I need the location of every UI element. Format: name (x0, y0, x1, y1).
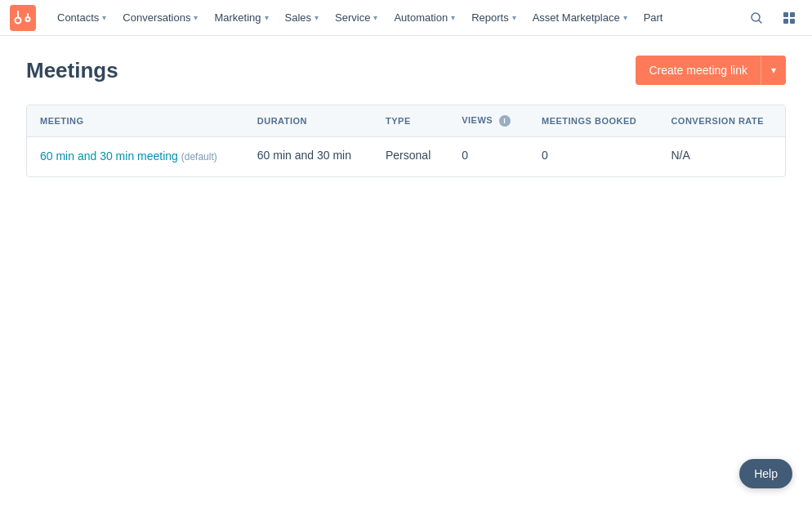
col-header-views: VIEWS i (448, 105, 529, 137)
page-header: Meetings Create meeting link ▾ (26, 56, 786, 85)
chevron-down-icon: ▾ (265, 13, 269, 22)
svg-rect-4 (783, 19, 788, 24)
nav-items: Contacts ▾ Conversations ▾ Marketing ▾ S… (49, 0, 743, 35)
col-header-conversion-rate: CONVERSION RATE (658, 105, 785, 137)
col-header-type: TYPE (373, 105, 448, 137)
chevron-down-icon: ▾ (194, 13, 198, 22)
views-info-icon[interactable]: i (499, 115, 511, 127)
conversion-rate-cell: N/A (658, 137, 785, 176)
navbar: Contacts ▾ Conversations ▾ Marketing ▾ S… (0, 0, 812, 36)
views-cell: 0 (448, 137, 529, 176)
help-label: Help (754, 467, 778, 480)
create-btn-dropdown-arrow[interactable]: ▾ (761, 56, 786, 84)
nav-item-conversations[interactable]: Conversations ▾ (114, 0, 206, 35)
nav-item-automation[interactable]: Automation ▾ (386, 0, 463, 35)
svg-rect-3 (790, 12, 795, 17)
table-header-row: MEETING DURATION TYPE VIEWS i MEETINGS B… (27, 105, 785, 137)
svg-rect-0 (10, 5, 36, 31)
search-button[interactable] (743, 5, 770, 31)
nav-item-reports[interactable]: Reports ▾ (463, 0, 524, 35)
svg-rect-5 (790, 19, 795, 24)
chevron-down-icon: ▾ (102, 13, 106, 22)
nav-item-contacts[interactable]: Contacts ▾ (49, 0, 114, 35)
create-meeting-link-button[interactable]: Create meeting link ▾ (636, 56, 786, 85)
meeting-name-link[interactable]: 60 min and 30 min meeting (40, 149, 181, 163)
nav-item-marketing[interactable]: Marketing ▾ (206, 0, 276, 35)
meetings-table-container: MEETING DURATION TYPE VIEWS i MEETINGS B… (26, 105, 786, 177)
meetings-table: MEETING DURATION TYPE VIEWS i MEETINGS B… (27, 105, 785, 176)
type-cell: Personal (373, 137, 448, 176)
col-header-meeting: MEETING (27, 105, 244, 137)
chevron-down-icon: ▾ (315, 13, 319, 22)
help-button[interactable]: Help (739, 459, 792, 488)
hubspot-logo[interactable] (10, 5, 36, 31)
meeting-name-cell: 60 min and 30 min meeting (default) (27, 137, 244, 176)
page-title: Meetings (26, 58, 118, 83)
meeting-default-badge: (default) (181, 151, 217, 163)
nav-item-sales[interactable]: Sales ▾ (277, 0, 328, 35)
duration-cell: 60 min and 30 min (244, 137, 373, 176)
chevron-down-icon: ▾ (373, 13, 377, 22)
nav-right (743, 5, 802, 31)
nav-item-asset-marketplace[interactable]: Asset Marketplace ▾ (524, 0, 636, 35)
col-header-duration: DURATION (244, 105, 373, 137)
main-content: Meetings Create meeting link ▾ MEETING D… (0, 36, 812, 197)
chevron-down-icon: ▾ (512, 13, 516, 22)
chevron-down-icon: ▾ (451, 13, 455, 22)
chevron-down-icon: ▾ (623, 13, 627, 22)
create-meeting-link-label: Create meeting link (636, 56, 761, 85)
nav-item-service[interactable]: Service ▾ (327, 0, 386, 35)
nav-item-part[interactable]: Part (636, 0, 671, 35)
svg-rect-2 (783, 12, 788, 17)
col-header-meetings-booked: MEETINGS BOOKED (529, 105, 658, 137)
table-row: 60 min and 30 min meeting (default) 60 m… (27, 137, 785, 176)
grid-icon-button[interactable] (776, 5, 802, 31)
meetings-booked-cell: 0 (529, 137, 658, 176)
